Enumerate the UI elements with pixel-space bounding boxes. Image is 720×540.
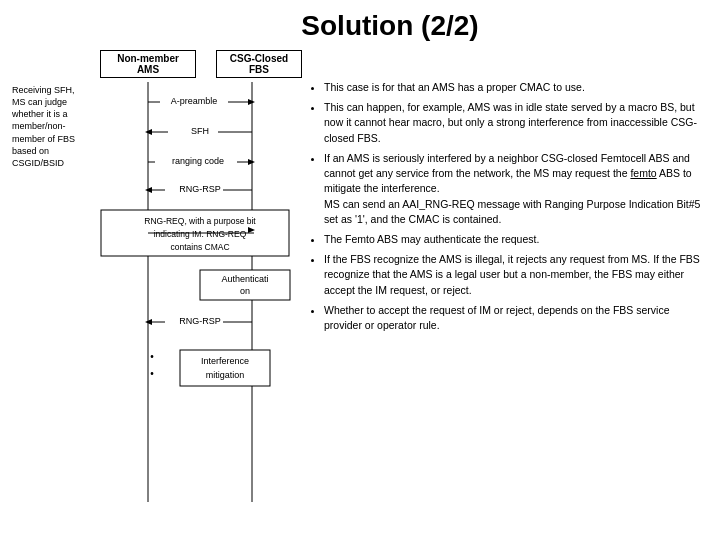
csg-closed-label: CSG-Closed FBS [216, 50, 302, 78]
svg-text:ranging code: ranging code [172, 156, 224, 166]
bullet-3: If an AMS is seriously interfered by a n… [324, 151, 708, 227]
svg-text:A-preamble: A-preamble [171, 96, 218, 106]
diagram-area: Non-member AMS CSG-Closed FBS Receiving … [12, 50, 302, 504]
label-line2: MS can judge [12, 96, 98, 108]
svg-text:Interference: Interference [201, 356, 249, 366]
label-line5: member of FBS [12, 133, 98, 145]
svg-text:•: • [150, 368, 154, 379]
bullet-1: This case is for that an AMS has a prope… [324, 80, 708, 95]
svg-text:Authenticati: Authenticati [221, 274, 268, 284]
label-line3: whether it is a [12, 108, 98, 120]
svg-text:SFH: SFH [191, 126, 209, 136]
femto-underline: femto [630, 167, 656, 179]
bullets-area: This case is for that an AMS has a prope… [310, 50, 708, 504]
svg-text:indicating IM. RNG-REQ: indicating IM. RNG-REQ [154, 229, 247, 239]
svg-text:RNG-RSP: RNG-RSP [179, 184, 221, 194]
page: Solution (2/2) Non-member AMS CSG-Closed… [0, 0, 720, 540]
bullet-2: This can happen, for example, AMS was in… [324, 100, 708, 146]
svg-text:on: on [240, 286, 250, 296]
bullet-6: Whether to accept the request of IM or r… [324, 303, 708, 333]
label-line4: member/non- [12, 120, 98, 132]
bullet-5: If the FBS recognize the AMS is illegal,… [324, 252, 708, 298]
bullet-4: The Femto ABS may authenticate the reque… [324, 232, 708, 247]
svg-text:•: • [150, 351, 154, 362]
svg-text:mitigation: mitigation [206, 370, 245, 380]
svg-text:RNG-RSP: RNG-RSP [179, 316, 221, 326]
svg-wrapper: A-preamble SFH ranging code [100, 82, 302, 504]
page-title: Solution (2/2) [12, 10, 708, 42]
non-member-label: Non-member AMS [100, 50, 196, 78]
sequence-svg: A-preamble SFH ranging code [100, 82, 300, 502]
svg-text:contains CMAC: contains CMAC [170, 242, 229, 252]
svg-text:RNG-REQ, with a purpose bit: RNG-REQ, with a purpose bit [144, 216, 256, 226]
sequence-diagram: Receiving SFH, MS can judge whether it i… [12, 82, 302, 504]
diagram-header: Non-member AMS CSG-Closed FBS [100, 50, 302, 78]
label-line1: Receiving SFH, [12, 84, 98, 96]
label-line6: based on [12, 145, 98, 157]
left-labels: Receiving SFH, MS can judge whether it i… [12, 82, 100, 504]
label-line7: CSGID/BSID [12, 157, 98, 169]
